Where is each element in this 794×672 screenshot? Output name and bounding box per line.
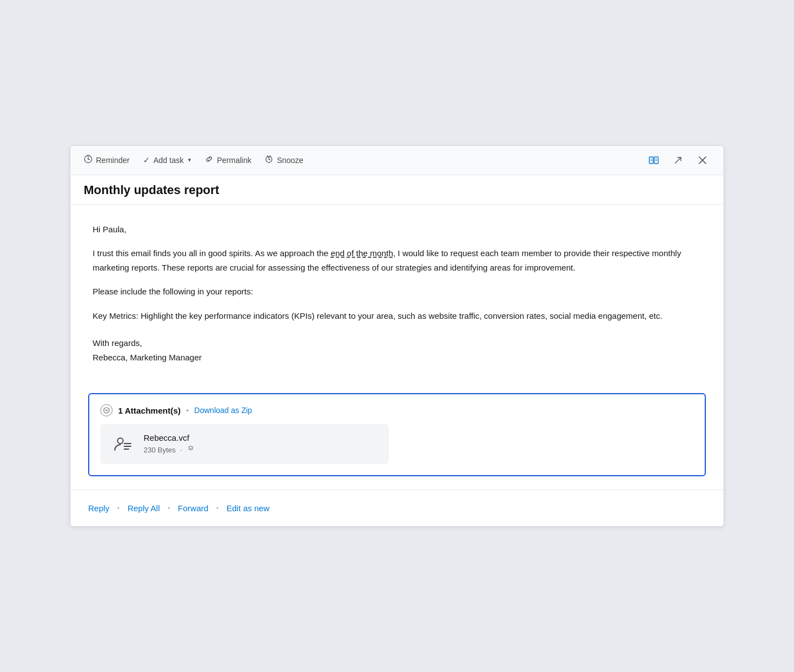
svg-point-18 bbox=[118, 438, 123, 444]
link-icon bbox=[205, 155, 213, 165]
email-greeting: Hi Paula, bbox=[93, 222, 701, 237]
add-task-label: Add task bbox=[154, 156, 184, 165]
signature-line-2: Rebecca, Marketing Manager bbox=[93, 350, 701, 365]
reminder-label: Reminder bbox=[96, 156, 130, 165]
email-panel: Reminder ✓ Add task ▾ Permalink bbox=[70, 145, 724, 527]
email-signature: With regards, Rebecca, Marketing Manager bbox=[93, 336, 701, 364]
attachment-header: 1 Attachment(s) • Download as Zip bbox=[100, 404, 694, 416]
close-button[interactable] bbox=[695, 152, 710, 168]
attachment-count: 1 Attachment(s) bbox=[118, 406, 181, 415]
forward-button[interactable]: Forward bbox=[178, 500, 208, 516]
separator-2: • bbox=[167, 504, 170, 512]
attachment-collapse-button[interactable] bbox=[100, 404, 113, 416]
signature-line-1: With regards, bbox=[93, 336, 701, 350]
immersive-reader-button[interactable] bbox=[646, 152, 661, 168]
reminder-icon bbox=[84, 155, 93, 165]
file-meta: 230 Bytes · bbox=[144, 445, 379, 455]
email-body-paragraph-1: I trust this email finds you all in good… bbox=[93, 246, 701, 274]
action-bar: Reply • Reply All • Forward • Edit as ne… bbox=[70, 490, 724, 526]
email-toolbar: Reminder ✓ Add task ▾ Permalink bbox=[70, 146, 724, 175]
contact-file-icon bbox=[110, 432, 135, 456]
reminder-button[interactable]: Reminder bbox=[84, 155, 130, 165]
svg-point-17 bbox=[104, 408, 109, 413]
popout-button[interactable] bbox=[670, 152, 686, 168]
email-title-bar: Monthly updates report bbox=[70, 175, 724, 205]
file-meta-dot: · bbox=[180, 446, 182, 454]
attachment-box: 1 Attachment(s) • Download as Zip Rebecc… bbox=[88, 393, 706, 476]
end-of-month-phrase: end of the month bbox=[330, 248, 393, 258]
permalink-button[interactable]: Permalink bbox=[205, 155, 251, 165]
snooze-button[interactable]: Snooze bbox=[264, 155, 303, 165]
toolbar-right-actions bbox=[646, 152, 710, 168]
permalink-label: Permalink bbox=[217, 156, 251, 165]
edit-as-new-button[interactable]: Edit as new bbox=[226, 500, 269, 516]
email-body-paragraph-3: Key Metrics: Highlight the key performan… bbox=[93, 309, 701, 323]
caret-down-icon: ▾ bbox=[188, 156, 191, 164]
email-body: Hi Paula, I trust this email finds you a… bbox=[70, 205, 724, 378]
email-body-paragraph-2: Please include the following in your rep… bbox=[93, 284, 701, 299]
attachment-file-item[interactable]: Rebecca.vcf 230 Bytes · bbox=[100, 424, 389, 464]
snooze-icon bbox=[264, 155, 273, 165]
reply-button[interactable]: Reply bbox=[88, 500, 109, 516]
add-task-button[interactable]: ✓ Add task ▾ bbox=[143, 155, 191, 165]
separator-3: • bbox=[216, 504, 219, 512]
checkmark-icon: ✓ bbox=[143, 155, 150, 165]
email-subject: Monthly updates report bbox=[84, 183, 710, 197]
separator-1: • bbox=[117, 504, 120, 512]
file-name: Rebecca.vcf bbox=[144, 433, 379, 442]
download-zip-button[interactable]: Download as Zip bbox=[194, 406, 252, 415]
file-size: 230 Bytes bbox=[144, 446, 176, 454]
snooze-label: Snooze bbox=[277, 156, 303, 165]
attachment-separator-dot: • bbox=[186, 406, 189, 415]
toolbar-left-actions: Reminder ✓ Add task ▾ Permalink bbox=[84, 155, 646, 165]
attachment-section: 1 Attachment(s) • Download as Zip Rebecc… bbox=[88, 393, 706, 476]
file-info: Rebecca.vcf 230 Bytes · bbox=[144, 433, 379, 455]
svg-line-14 bbox=[675, 157, 681, 163]
verified-icon bbox=[186, 445, 195, 455]
reply-all-button[interactable]: Reply All bbox=[128, 500, 160, 516]
